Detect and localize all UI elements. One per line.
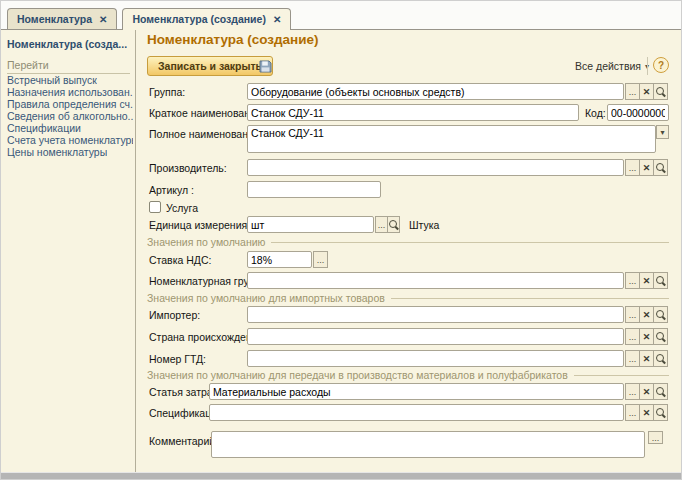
importer-input[interactable]: [247, 306, 624, 323]
group-label: Группа:: [149, 86, 185, 98]
group-clear-button[interactable]: ✕: [639, 83, 654, 100]
group-input[interactable]: [247, 83, 624, 100]
close-icon[interactable]: ✕: [273, 14, 281, 25]
manufacturer-open-button[interactable]: [653, 159, 668, 176]
short-name-input[interactable]: [247, 104, 579, 121]
cost-item-choose-button[interactable]: ...: [625, 383, 640, 400]
service-checkbox[interactable]: [149, 201, 161, 213]
save-and-close-button[interactable]: Записать и закрыть: [147, 56, 273, 76]
vat-rate-buttons: ...: [313, 251, 328, 268]
comment-textarea[interactable]: [211, 431, 645, 458]
origin-country-open-button[interactable]: [653, 328, 668, 345]
gtd-number-field-buttons: ... ✕: [625, 350, 668, 367]
magnifier-icon: [656, 387, 666, 397]
vat-rate-choose-button[interactable]: ...: [313, 251, 328, 268]
toolbar-separator: [647, 57, 648, 75]
nomenclature-group-open-button[interactable]: [653, 272, 668, 289]
importer-choose-button[interactable]: ...: [625, 306, 640, 323]
specification-choose-button[interactable]: ...: [625, 404, 640, 421]
floppy-disk-icon: [259, 60, 272, 73]
importer-field-buttons: ... ✕: [625, 306, 668, 323]
gtd-number-clear-button[interactable]: ✕: [639, 350, 654, 367]
article-input[interactable]: [247, 181, 381, 198]
all-actions-label: Все действия: [575, 60, 641, 72]
specification-field-buttons: ... ✕: [625, 404, 668, 421]
section-production-defaults: Значения по умолчанию для передачи в про…: [147, 369, 669, 381]
vat-rate-input[interactable]: [247, 251, 312, 268]
cost-item-field-buttons: ... ✕: [625, 383, 668, 400]
section-title: Значения по умолчанию: [147, 236, 265, 248]
magnifier-icon: [656, 310, 666, 320]
magnifier-icon: [656, 408, 666, 418]
group-choose-button[interactable]: ...: [625, 83, 640, 100]
tab-nomenclatura[interactable]: Номенклатура ✕: [7, 8, 117, 29]
cost-item-open-button[interactable]: [653, 383, 668, 400]
specification-clear-button[interactable]: ✕: [639, 404, 654, 421]
manufacturer-input[interactable]: [247, 159, 624, 176]
sidebar-item-pravila[interactable]: Правила определения сч...: [7, 98, 133, 110]
specification-input[interactable]: [209, 404, 624, 421]
full-name-dropdown-button[interactable]: ▾: [656, 125, 669, 139]
full-name-label: Полное наименование:: [149, 128, 263, 140]
origin-country-field-buttons: ... ✕: [625, 328, 668, 345]
group-open-button[interactable]: [653, 83, 668, 100]
origin-country-input[interactable]: [247, 328, 624, 345]
gtd-number-open-button[interactable]: [653, 350, 668, 367]
code-input[interactable]: [607, 104, 669, 121]
vat-rate-label: Ставка НДС:: [149, 254, 211, 266]
section-defaults: Значения по умолчанию: [147, 236, 669, 248]
magnifier-icon: [656, 87, 666, 97]
nomenclature-group-field-buttons: ... ✕: [625, 272, 668, 289]
cost-item-input[interactable]: [209, 383, 624, 400]
gtd-number-label: Номер ГТД:: [149, 353, 206, 365]
manufacturer-clear-button[interactable]: ✕: [639, 159, 654, 176]
importer-open-button[interactable]: [653, 306, 668, 323]
tab-nomenclatura-creation[interactable]: Номенклатура (создание) ✕: [122, 8, 291, 30]
chevron-down-icon: ▾: [660, 128, 664, 137]
navigation-sidebar: Номенклатура (созда... Перейти Встречный…: [1, 29, 136, 472]
nomenclature-group-choose-button[interactable]: ...: [625, 272, 640, 289]
sidebar-group-goto[interactable]: Перейти: [7, 59, 130, 74]
manufacturer-choose-button[interactable]: ...: [625, 159, 640, 176]
sidebar-item-vstrechny-vypusk[interactable]: Встречный выпуск: [7, 74, 97, 86]
importer-clear-button[interactable]: ✕: [639, 306, 654, 323]
group-field-buttons: ... ✕: [625, 83, 668, 100]
save-button[interactable]: [256, 58, 274, 75]
help-button[interactable]: ?: [653, 57, 669, 73]
unit-input[interactable]: [247, 216, 374, 233]
origin-country-clear-button[interactable]: ✕: [639, 328, 654, 345]
question-icon: ?: [658, 60, 664, 71]
section-line: [271, 242, 669, 243]
sidebar-item-naznacheniya[interactable]: Назначения использован...: [7, 86, 133, 98]
close-icon[interactable]: ✕: [99, 14, 107, 25]
section-line: [391, 298, 669, 299]
unit-description: Штука: [409, 219, 439, 231]
app-window: Номенклатура ✕ Номенклатура (создание) ✕…: [0, 0, 682, 480]
gtd-number-choose-button[interactable]: ...: [625, 350, 640, 367]
gtd-number-input[interactable]: [247, 350, 624, 367]
tab-label: Номенклатура (создание): [132, 13, 265, 25]
sidebar-item-svedeniya-alkogol[interactable]: Сведения об алкогольно...: [7, 110, 133, 122]
unit-field-buttons: ...: [375, 216, 400, 233]
section-import-defaults: Значения по умолчанию для импортных това…: [147, 292, 669, 304]
specification-open-button[interactable]: [653, 404, 668, 421]
comment-expand-button[interactable]: ...: [648, 431, 663, 444]
unit-open-button[interactable]: [387, 216, 400, 233]
window-bottom-edge: [1, 472, 681, 479]
section-title: Значения по умолчанию для импортных това…: [147, 292, 385, 304]
full-name-buttons: ▾: [656, 125, 669, 142]
magnifier-icon: [656, 354, 666, 364]
full-name-textarea[interactable]: Станок СДУ-11: [247, 125, 656, 153]
cost-item-clear-button[interactable]: ✕: [639, 383, 654, 400]
sidebar-item-scheta-ucheta[interactable]: Счета учета номенклатуры: [7, 134, 133, 146]
all-actions-button[interactable]: Все действия ▾: [575, 60, 649, 72]
comment-buttons: ...: [648, 431, 663, 448]
service-checkbox-label[interactable]: Услуга: [166, 202, 198, 214]
article-label: Артикул :: [149, 184, 194, 196]
sidebar-item-ceny[interactable]: Цены номенклатуры: [7, 146, 107, 158]
nomenclature-group-input[interactable]: [247, 272, 624, 289]
sidebar-item-specifikacii[interactable]: Спецификации: [7, 122, 81, 134]
nomenclature-group-clear-button[interactable]: ✕: [639, 272, 654, 289]
origin-country-choose-button[interactable]: ...: [625, 328, 640, 345]
page-title: Номенклатура (создание): [147, 32, 319, 47]
